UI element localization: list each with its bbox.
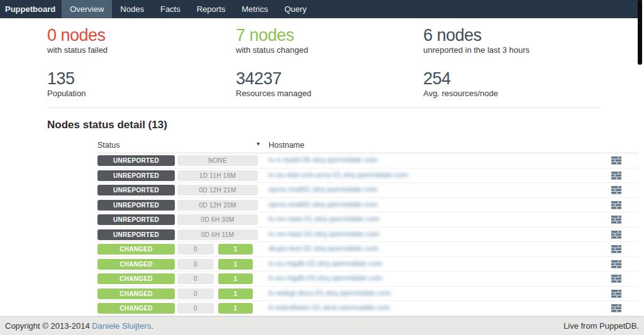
nav-item-facts[interactable]: Facts (152, 0, 189, 18)
tasks-icon[interactable] (611, 290, 621, 298)
table-row: CHANGED01lv-webgt-docs-01.xtrq.spermidal… (97, 287, 638, 302)
table-row: CHANGED01drups-test-02.xtrq.spermidale.c… (97, 242, 638, 257)
stat-value: 7 nodes (236, 26, 423, 45)
stat-value: 34237 (236, 69, 423, 88)
status-badge: CHANGED (97, 303, 175, 314)
stats-row-population: 135Population34237Resources managed254Av… (47, 69, 601, 99)
status-badge: UNREPORTED (97, 200, 175, 211)
scrollbar-thumb[interactable] (638, 0, 642, 65)
status-badge: UNREPORTED (97, 155, 175, 166)
table-body: UNREPORTEDNONElv-rc-build-05.xtrq.spermi… (97, 153, 638, 316)
table-row: UNREPORTED1D 11H 18Mlv-eu-stat-com-prxy-… (97, 168, 638, 184)
stat-caption: Avg. resources/node (423, 88, 601, 99)
stat-status-2: 6 nodesunreported in the last 3 hours (423, 26, 601, 55)
hostname-link[interactable]: lv-rev-task-02.xtrq.spermidale.com (269, 230, 379, 238)
hostname-link[interactable]: sprou-mail01.xtrq.spermidale.com (269, 185, 377, 193)
column-header-hostname[interactable]: Hostname (269, 141, 304, 150)
skipped-count-badge: 0 (177, 288, 214, 299)
changed-count-badge: 1 (218, 288, 253, 299)
stat-status-0: 0 nodeswith status failed (47, 26, 236, 55)
table-row: UNREPORTED0D 12H 20Msprou-mail02.xtrq.sp… (97, 198, 638, 213)
hostname-link[interactable]: lv-rc-build-05.xtrq.spermidale.com (269, 156, 377, 163)
tasks-icon[interactable] (611, 231, 621, 239)
stats-row-status: 0 nodeswith status failed7 nodeswith sta… (47, 26, 601, 55)
stat-population-1: 34237Resources managed (236, 69, 423, 99)
status-badge: CHANGED (97, 288, 175, 299)
hostname-link[interactable]: drups-test-02.xtrq.spermidale.com (269, 244, 378, 252)
tasks-icon[interactable] (611, 157, 621, 165)
hostname-link[interactable]: sprou-mail02.xtrq.spermidale.com (269, 200, 377, 208)
stat-value: 0 nodes (47, 26, 236, 45)
hostname-link[interactable]: lv-webgt-docs-01.xtrq.spermidale.com (269, 289, 391, 297)
table-row: CHANGED01lv-batrsfewer-01.xtrut.usermadd… (97, 301, 638, 316)
stat-status-1: 7 nodeswith status changed (236, 26, 423, 55)
nav-item-overview[interactable]: Overview (62, 0, 112, 18)
status-badge: UNREPORTED (97, 185, 175, 195)
brand-puppetboard[interactable]: Puppetboard (0, 0, 62, 18)
table-header: Status ▾ Hostname (97, 140, 638, 153)
unreported-duration-badge: NONE (177, 155, 258, 166)
hostname-link[interactable]: lv-eu-stat-com-prxy-01.xtrq.spermidale.c… (269, 171, 408, 178)
tasks-icon[interactable] (611, 245, 621, 253)
sort-caret-icon[interactable]: ▾ (257, 140, 260, 147)
stat-caption: unreported in the last 3 hours (423, 45, 601, 55)
skipped-count-badge: 0 (177, 303, 214, 314)
stat-value: 135 (47, 69, 236, 88)
hostname-link[interactable]: lv-rev-task-01.xtrq.spermidale.com (269, 215, 379, 222)
stat-population-0: 135Population (47, 69, 236, 99)
table-row: CHANGED01lv-eu-mgdb-02.xtrq.spermidale.c… (97, 257, 638, 272)
changed-count-badge: 1 (218, 273, 253, 284)
unreported-duration-badge: 0D 12H 20M (177, 200, 258, 211)
unreported-duration-badge: 0D 12H 21M (177, 185, 258, 195)
main-content: 0 nodeswith status failed7 nodeswith sta… (47, 26, 601, 316)
skipped-count-badge: 0 (177, 273, 214, 284)
status-badge: UNREPORTED (97, 214, 175, 225)
copyright-suffix: . (151, 321, 153, 331)
tasks-icon[interactable] (611, 216, 621, 224)
nav-item-metrics[interactable]: Metrics (233, 0, 276, 18)
puppetdb-status-text: Live from PuppetDB. (564, 321, 639, 331)
changed-count-badge: 1 (218, 244, 253, 255)
table-row: UNREPORTED0D 6H 11Mlv-rev-task-02.xtrq.s… (97, 228, 638, 243)
nav-item-nodes[interactable]: Nodes (112, 0, 152, 18)
page-title: Nodes status detail (13) (47, 118, 601, 132)
tasks-icon[interactable] (611, 260, 621, 268)
stat-value: 254 (423, 69, 601, 88)
status-badge: CHANGED (97, 259, 175, 270)
stat-value: 6 nodes (423, 26, 601, 45)
stat-caption: Population (47, 88, 236, 99)
nav-items: OverviewNodesFactsReportsMetricsQuery (62, 0, 314, 18)
author-link[interactable]: Daniele Sluijters (92, 321, 151, 331)
stat-caption: with status failed (47, 45, 236, 55)
nodes-status-table: Status ▾ Hostname UNREPORTEDNONElv-rc-bu… (97, 140, 638, 316)
status-badge: CHANGED (97, 244, 175, 255)
column-header-status[interactable]: Status (97, 141, 119, 150)
status-badge: CHANGED (97, 273, 175, 284)
tasks-icon[interactable] (611, 304, 621, 312)
hostname-link[interactable]: lv-eu-mgdb-02.xtrq.spermidale.com (269, 260, 382, 267)
tasks-icon[interactable] (611, 201, 621, 209)
tasks-icon[interactable] (611, 275, 621, 283)
footer-bar: Copyright © 2013-2014 Daniele Sluijters.… (0, 316, 644, 335)
tasks-icon[interactable] (611, 172, 621, 180)
table-row: UNREPORTEDNONElv-rc-build-05.xtrq.spermi… (97, 153, 638, 168)
status-badge: UNREPORTED (97, 170, 175, 181)
nav-item-query[interactable]: Query (276, 0, 314, 18)
stat-caption: Resources managed (236, 88, 423, 99)
nav-item-reports[interactable]: Reports (189, 0, 234, 18)
changed-count-badge: 1 (218, 259, 253, 270)
skipped-count-badge: 0 (177, 244, 214, 255)
scrollbar-grip (638, 4, 641, 13)
stat-caption: with status changed (236, 45, 423, 55)
unreported-duration-badge: 0D 6H 11M (177, 229, 258, 240)
stat-population-2: 254Avg. resources/node (423, 69, 601, 99)
hostname-link[interactable]: lv-eu-mgdb-03.xtrq.spermidale.com (269, 274, 382, 282)
skipped-count-badge: 0 (177, 259, 214, 270)
status-badge: UNREPORTED (97, 229, 175, 240)
copyright-prefix: Copyright © 2013-2014 (5, 321, 92, 331)
tasks-icon[interactable] (611, 186, 621, 194)
table-row: CHANGED01lv-eu-mgdb-03.xtrq.spermidale.c… (97, 272, 638, 287)
changed-count-badge: 1 (218, 303, 253, 314)
hostname-link[interactable]: lv-batrsfewer-01.xtrut.usermadds.com (269, 304, 390, 311)
top-navbar: Puppetboard OverviewNodesFactsReportsMet… (0, 0, 644, 18)
